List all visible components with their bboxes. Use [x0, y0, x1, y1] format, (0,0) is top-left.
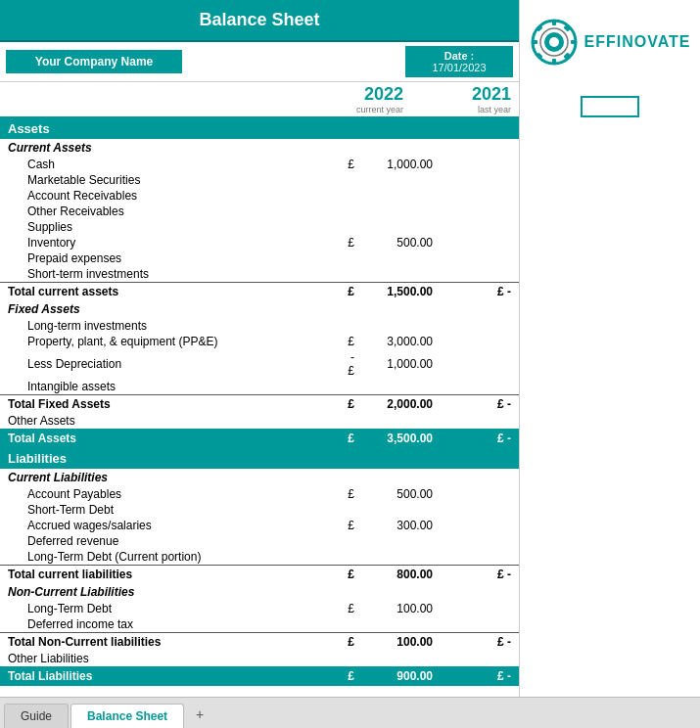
table-row: Prepaid expenses [0, 250, 519, 266]
table-row: Other Receivables [0, 204, 519, 219]
table-row: Inventory £ 500.00 [0, 235, 519, 250]
table-row: Deferred revenue [0, 533, 519, 549]
content-area: Balance Sheet Your Company Name Date : 1… [0, 0, 700, 697]
table-row: Long-term investments [0, 318, 519, 334]
table-row: Less Depreciation -£ 1,000.00 [0, 349, 519, 379]
year-2021-col: 2021 last year [411, 84, 519, 114]
svg-point-2 [549, 37, 559, 47]
table-row: Long-Term Debt (Current portion) [0, 549, 519, 566]
table-row: Intangible assets [0, 379, 519, 395]
other-liabilities-row: Other Liabilities [0, 651, 519, 666]
svg-rect-6 [571, 40, 577, 44]
total-current-assets-row: Total current assets £ 1,500.00 £ - [0, 283, 519, 301]
tab-balance-sheet[interactable]: Balance Sheet [70, 704, 184, 728]
logo-section: EFFINOVATE [519, 0, 700, 697]
svg-rect-5 [532, 40, 537, 44]
app-container: Balance Sheet Your Company Name Date : 1… [0, 0, 700, 728]
table-row: Account Payables £ 500.00 [0, 486, 519, 502]
company-name-badge: Your Company Name [6, 50, 182, 73]
current-liabilities-subheader: Current Liabilities [0, 469, 519, 486]
table-row: Property, plant, & equipment (PP&E) £ 3,… [0, 334, 519, 349]
table-row: Account Receivables [0, 188, 519, 204]
date-badge: Date : 17/01/2023 [405, 46, 513, 77]
sheet-title: Balance Sheet [0, 0, 519, 42]
svg-rect-3 [552, 20, 556, 25]
total-liabilities-row: Total Liabilities £ 900.00 £ - [0, 666, 519, 686]
color-swatch[interactable] [581, 96, 639, 117]
total-fixed-assets-row: Total Fixed Assets £ 2,000.00 £ - [0, 395, 519, 414]
total-noncurrent-liabilities-row: Total Non-Current liabilities £ 100.00 £… [0, 633, 519, 652]
logo-area: EFFINOVATE [530, 18, 691, 67]
tab-bar: Guide Balance Sheet + [0, 697, 700, 728]
table-row: Short-term investments [0, 266, 519, 283]
svg-rect-4 [552, 59, 556, 65]
balance-sheet-table: Assets Current Assets Cash £ 1,000.00 Ma… [0, 118, 519, 686]
fixed-assets-subheader: Fixed Assets [0, 300, 519, 318]
effinovate-logo-icon [530, 18, 579, 67]
liabilities-section-header: Liabilities [0, 448, 519, 469]
total-assets-row: Total Assets £ 3,500.00 £ - [0, 429, 519, 448]
sheet-section: Balance Sheet Your Company Name Date : 1… [0, 0, 519, 697]
table-row: Supplies [0, 219, 519, 235]
brand-name: EFFINOVATE [584, 33, 691, 51]
current-assets-subheader: Current Assets [0, 139, 519, 157]
table-row: Short-Term Debt [0, 502, 519, 518]
tab-guide[interactable]: Guide [4, 704, 69, 728]
other-assets-row: Other Assets [0, 413, 519, 429]
table-row: Accrued wages/salaries £ 300.00 [0, 518, 519, 533]
assets-section-header: Assets [0, 118, 519, 139]
year-header-row: 2022 current year 2021 last year [0, 82, 519, 118]
table-row: Long-Term Debt £ 100.00 [0, 601, 519, 616]
table-row: Deferred income tax [0, 616, 519, 633]
table-row: Cash £ 1,000.00 [0, 157, 519, 172]
table-row: Marketable Securities [0, 172, 519, 188]
company-date-row: Your Company Name Date : 17/01/2023 [0, 42, 519, 82]
tab-add-button[interactable]: + [186, 703, 213, 726]
total-current-liabilities-row: Total current liabilities £ 800.00 £ - [0, 566, 519, 584]
noncurrent-liabilities-subheader: Non-Current Liabilities [0, 583, 519, 601]
year-2022-col: 2022 current year [303, 84, 411, 114]
